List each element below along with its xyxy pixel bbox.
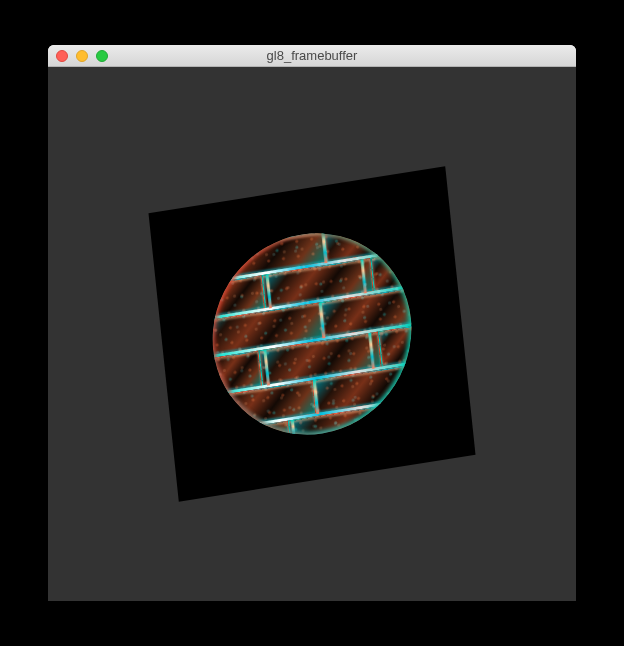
application-window: gl8_framebuffer (48, 45, 576, 601)
minimize-icon[interactable] (76, 50, 88, 62)
brick-texture-effect (203, 219, 422, 449)
close-icon[interactable] (56, 50, 68, 62)
opengl-viewport (48, 67, 576, 601)
maximize-icon[interactable] (96, 50, 108, 62)
window-title: gl8_framebuffer (48, 48, 576, 63)
traffic-lights-group (48, 50, 108, 62)
edge-detection-noise (203, 219, 422, 449)
framebuffer-circle (203, 219, 422, 449)
rendered-quad (148, 166, 475, 501)
window-titlebar[interactable]: gl8_framebuffer (48, 45, 576, 67)
